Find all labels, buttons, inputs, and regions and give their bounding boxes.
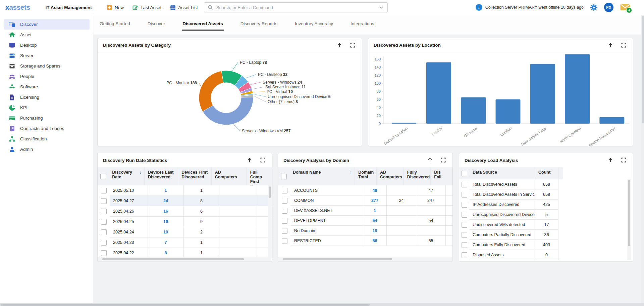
row-checkbox[interactable] xyxy=(462,182,467,187)
table-row[interactable]: 2025.04.2371 xyxy=(98,237,272,248)
tab-inventory-accuracy[interactable]: Inventory Accuracy xyxy=(294,19,334,31)
table-row[interactable]: 2025.04.24102 xyxy=(98,227,272,237)
sidebar-item-licensing[interactable]: Licensing xyxy=(4,92,90,102)
cell-link[interactable]: 10 xyxy=(148,227,184,237)
row-checkbox[interactable] xyxy=(101,219,107,225)
cell-link[interactable]: 54 xyxy=(363,216,387,226)
bar-london[interactable] xyxy=(496,99,521,124)
sidebar-item-software[interactable]: Software xyxy=(4,82,90,92)
select-all-checkbox[interactable] xyxy=(462,171,467,176)
export-up-arrow-icon[interactable] xyxy=(336,42,342,48)
command-search[interactable] xyxy=(204,2,388,12)
tab-discovered-assets[interactable]: Discovered Assets xyxy=(182,19,223,31)
column-header[interactable]: ADComputers xyxy=(377,167,404,185)
export-up-arrow-icon[interactable] xyxy=(607,157,613,163)
expand-icon[interactable] xyxy=(621,157,627,163)
expand-icon[interactable] xyxy=(350,42,356,48)
row-checkbox[interactable] xyxy=(101,240,107,246)
row-checkbox[interactable] xyxy=(462,192,467,198)
row-checkbox[interactable] xyxy=(282,198,287,204)
cell-link[interactable]: 16 xyxy=(148,206,184,217)
table-row[interactable]: Computers Partially Discovered36 xyxy=(459,230,558,240)
select-all-checkbox[interactable] xyxy=(281,174,287,179)
tab-integrations[interactable]: Integrations xyxy=(350,19,375,31)
column-header[interactable]: Full CompFirst Disc xyxy=(247,167,272,185)
table-row[interactable]: No Domain19 xyxy=(278,226,453,236)
page-horizontal-scrollbar[interactable] xyxy=(0,303,644,306)
row-checkbox[interactable] xyxy=(282,238,287,244)
user-avatar[interactable]: PX xyxy=(604,3,613,12)
row-checkbox[interactable] xyxy=(462,222,467,228)
expand-icon[interactable] xyxy=(260,157,266,163)
expand-icon[interactable] xyxy=(621,42,627,48)
bar-florida[interactable] xyxy=(426,62,451,124)
asset-list-button[interactable]: Asset List xyxy=(170,5,198,10)
cell-link[interactable]: 7 xyxy=(148,237,184,248)
tab-discovery-reports[interactable]: Discovery Reports xyxy=(240,19,278,31)
server-notification[interactable]: i Collection Server PRIMARY went offline… xyxy=(476,4,584,11)
table-row[interactable]: Undiscovered VMs detected17 xyxy=(459,220,558,230)
row-checkbox[interactable] xyxy=(282,228,287,234)
table-row[interactable]: Computers Fully Discovered403 xyxy=(459,240,558,250)
cell-link[interactable]: 19 xyxy=(148,217,184,227)
search-input[interactable] xyxy=(216,5,379,10)
chevron-down-icon[interactable] xyxy=(379,5,384,10)
column-header[interactable]: AD Computers xyxy=(212,167,247,185)
xassets-logo[interactable]: xassets xyxy=(5,3,30,11)
column-header[interactable]: Domain Name↑ xyxy=(289,167,355,185)
row-checkbox[interactable] xyxy=(101,229,107,235)
table-row[interactable]: Disposed Assets0 xyxy=(459,250,558,260)
export-up-arrow-icon[interactable] xyxy=(607,42,613,48)
column-header[interactable]: Devices FirstDiscovered xyxy=(178,167,211,185)
cell-link[interactable]: 19 xyxy=(363,226,387,236)
column-header[interactable]: DisFail xyxy=(431,167,452,185)
bar-default-location[interactable] xyxy=(392,123,417,124)
row-checkbox[interactable] xyxy=(282,208,287,214)
new-button[interactable]: New xyxy=(107,5,124,10)
sidebar-item-contracts-and-leases[interactable]: Contracts and Leases xyxy=(4,123,90,134)
cell-link[interactable]: 277 xyxy=(363,195,387,206)
bar-new-jersey-labs[interactable] xyxy=(530,64,555,124)
row-checkbox[interactable] xyxy=(101,250,107,256)
cell-link[interactable]: 48 xyxy=(363,185,387,195)
table-row[interactable]: 2025.05.1011 xyxy=(98,185,272,196)
table-row[interactable]: 2025.04.27248 xyxy=(98,196,272,206)
sidebar-item-classification[interactable]: Classification xyxy=(4,134,90,144)
column-header[interactable]: FullyDiscovered xyxy=(404,167,431,185)
cell-link[interactable]: 56 xyxy=(363,236,387,246)
sidebar-item-desktop[interactable]: Desktop xyxy=(4,40,90,50)
row-checkbox[interactable] xyxy=(101,188,107,193)
bar-seattle-datacenter[interactable] xyxy=(599,117,624,124)
cell-link[interactable]: 24 xyxy=(148,196,184,206)
table-horizontal-scrollbar[interactable] xyxy=(98,257,271,261)
settings-gear-icon[interactable] xyxy=(590,4,598,11)
row-checkbox[interactable] xyxy=(101,209,107,214)
sidebar-item-kpi[interactable]: KPI xyxy=(4,102,90,113)
sidebar-item-discover[interactable]: Discover xyxy=(4,19,90,30)
row-checkbox[interactable] xyxy=(282,218,287,224)
table-row[interactable]: DEV.XASSETS.NET1 xyxy=(278,206,453,216)
messages-button[interactable]: 4 xyxy=(620,3,631,12)
table-vertical-scrollbar[interactable] xyxy=(268,185,272,258)
table-row[interactable]: Unrecognised Discovered Devices5 xyxy=(459,210,558,220)
cell-link[interactable]: 1 xyxy=(363,206,387,216)
expand-icon[interactable] xyxy=(440,157,446,163)
table-row[interactable]: RESTRICTED5655 xyxy=(278,236,453,246)
donut-slice-pc-monitor[interactable] xyxy=(199,71,223,112)
column-header[interactable]: DomainTotal xyxy=(355,167,377,185)
table-row[interactable]: DEVELOPMENT5454 xyxy=(278,216,453,226)
page-vertical-scrollbar[interactable] xyxy=(641,15,644,303)
row-checkbox[interactable] xyxy=(462,202,467,208)
column-header[interactable]: Data Source xyxy=(469,167,535,179)
row-checkbox[interactable] xyxy=(101,198,107,204)
row-checkbox[interactable] xyxy=(462,242,467,248)
sidebar-item-people[interactable]: People xyxy=(4,71,90,82)
table-row[interactable]: Total Discovered Assets658 xyxy=(459,179,558,189)
export-up-arrow-icon[interactable] xyxy=(247,157,253,163)
last-asset-button[interactable]: Last Asset xyxy=(132,5,161,10)
table-row[interactable]: Total Discovered Assets In Service658 xyxy=(459,189,558,200)
tab-discover[interactable]: Discover xyxy=(147,19,166,31)
sidebar-item-purchasing[interactable]: Purchasing xyxy=(4,113,90,123)
select-all-checkbox[interactable] xyxy=(100,174,106,179)
table-vertical-scrollbar[interactable] xyxy=(627,179,631,260)
